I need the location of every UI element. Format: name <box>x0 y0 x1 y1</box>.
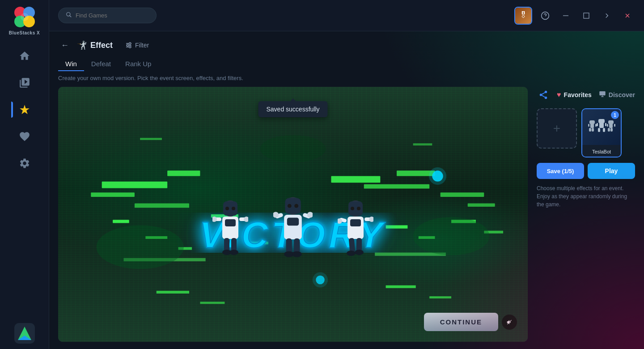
tab-win[interactable]: Win <box>58 57 84 71</box>
game-scene: VICTORY <box>58 87 528 342</box>
svg-point-60 <box>244 217 248 222</box>
svg-point-59 <box>212 217 217 222</box>
tab-defeat[interactable]: Defeat <box>84 57 118 71</box>
heart-icon: ♥ <box>557 91 561 99</box>
game-preview: VICTORY <box>58 87 528 342</box>
svg-rect-89 <box>349 238 356 253</box>
user-avatar[interactable]: 🎖 <box>514 7 532 25</box>
svg-point-4 <box>21 13 29 21</box>
favorites-label: Favorites <box>564 91 592 98</box>
add-icon: + <box>553 121 560 136</box>
svg-point-92 <box>355 250 364 255</box>
continue-button[interactable]: CONTINUE <box>424 313 498 331</box>
svg-rect-101 <box>589 120 595 124</box>
robot-1 <box>212 199 248 270</box>
tabs-row: Win Defeat Rank Up <box>58 57 635 71</box>
svg-rect-108 <box>598 128 600 132</box>
effect-thumbnail: 1 <box>582 109 621 145</box>
hint-text: Choose multiple effects for an event. En… <box>537 184 635 209</box>
svg-rect-75 <box>286 238 292 253</box>
effect-header-icon: 🤺 <box>77 40 87 50</box>
sidebar-item-favorites[interactable] <box>11 125 38 148</box>
svg-rect-110 <box>597 123 598 126</box>
page-description: Create your own mod version. Pick the ev… <box>58 75 635 81</box>
svg-point-88 <box>369 217 373 222</box>
topbar: 🎖 <box>49 0 644 31</box>
discover-label: Discover <box>609 91 635 98</box>
effect-badge: 1 <box>611 111 619 119</box>
forward-button[interactable] <box>599 8 614 23</box>
svg-rect-105 <box>595 124 597 127</box>
help-button[interactable] <box>538 8 553 23</box>
sidebar: BlueStacks X <box>0 0 49 349</box>
action-buttons: Save (1/5) Play <box>537 163 635 179</box>
svg-rect-115 <box>610 128 613 132</box>
svg-rect-117 <box>614 124 615 127</box>
panel-header: ♥ Favorites Discover <box>537 87 635 103</box>
saved-text: Saved successfully <box>266 106 319 113</box>
saved-tooltip: Saved successfully <box>258 101 327 117</box>
svg-rect-10 <box>563 15 568 16</box>
main-content: ← 🤺 Effect Filter Win Defeat Rank Up Cre… <box>49 31 644 349</box>
tab-rankup[interactable]: Rank Up <box>118 57 158 71</box>
effect-label: TeslaBot <box>582 145 621 157</box>
robot-2 <box>273 195 313 274</box>
discover-tab[interactable]: Discover <box>599 90 635 99</box>
add-effect-button[interactable]: + <box>537 108 577 149</box>
svg-point-16 <box>129 46 131 48</box>
svg-point-94 <box>544 91 547 94</box>
back-button[interactable]: ← <box>58 38 72 52</box>
continue-btn-container: CONTINUE <box>424 313 517 331</box>
maximize-button[interactable] <box>579 8 594 23</box>
share-button[interactable] <box>537 87 550 103</box>
svg-rect-84 <box>350 219 361 226</box>
svg-line-97 <box>542 95 544 97</box>
minimize-button[interactable] <box>558 8 573 23</box>
sidebar-bottom <box>14 323 35 344</box>
search-icon <box>66 12 72 19</box>
search-input[interactable] <box>76 12 149 19</box>
filter-label: Filter <box>135 42 149 49</box>
svg-rect-113 <box>608 120 614 124</box>
svg-rect-52 <box>223 201 237 216</box>
effect-card-teslabot[interactable]: 1 TeslaBot <box>581 108 622 157</box>
play-button[interactable]: Play <box>588 163 635 179</box>
mute-button[interactable] <box>502 315 517 330</box>
favorites-tab[interactable]: ♥ Favorites <box>557 91 592 99</box>
sidebar-item-home[interactable] <box>11 44 38 68</box>
sidebar-item-library[interactable] <box>11 71 38 94</box>
robots-container <box>212 199 373 270</box>
svg-point-14 <box>127 44 128 46</box>
right-panel: ♥ Favorites Discover + <box>537 87 635 342</box>
search-box[interactable] <box>58 8 157 23</box>
svg-rect-11 <box>584 13 589 18</box>
sidebar-nav <box>11 44 38 323</box>
svg-rect-80 <box>348 201 363 216</box>
topbar-right: 🎖 <box>514 7 635 25</box>
svg-rect-111 <box>605 123 606 126</box>
svg-point-15 <box>129 43 131 44</box>
sidebar-item-effects[interactable] <box>11 98 38 121</box>
svg-point-96 <box>544 97 547 99</box>
svg-rect-90 <box>356 238 362 251</box>
svg-rect-104 <box>588 124 589 127</box>
filter-button[interactable]: Filter <box>125 42 149 49</box>
svg-rect-62 <box>231 238 237 251</box>
robot-3 <box>338 199 373 270</box>
svg-rect-76 <box>294 238 300 253</box>
bottom-logo-icon <box>14 323 35 344</box>
svg-rect-61 <box>224 238 229 251</box>
page-title-row: 🤺 Effect <box>77 40 113 50</box>
svg-rect-109 <box>603 128 605 132</box>
sidebar-item-settings[interactable] <box>11 152 38 175</box>
close-button[interactable] <box>620 8 635 23</box>
svg-rect-56 <box>225 219 236 226</box>
content-body: VICTORY <box>58 87 635 342</box>
svg-rect-107 <box>598 119 605 123</box>
svg-rect-66 <box>285 198 301 214</box>
svg-line-98 <box>542 93 544 94</box>
save-button[interactable]: Save (1/5) <box>537 163 584 179</box>
active-bar <box>11 102 13 118</box>
svg-point-82 <box>357 207 360 210</box>
svg-rect-102 <box>589 128 591 132</box>
